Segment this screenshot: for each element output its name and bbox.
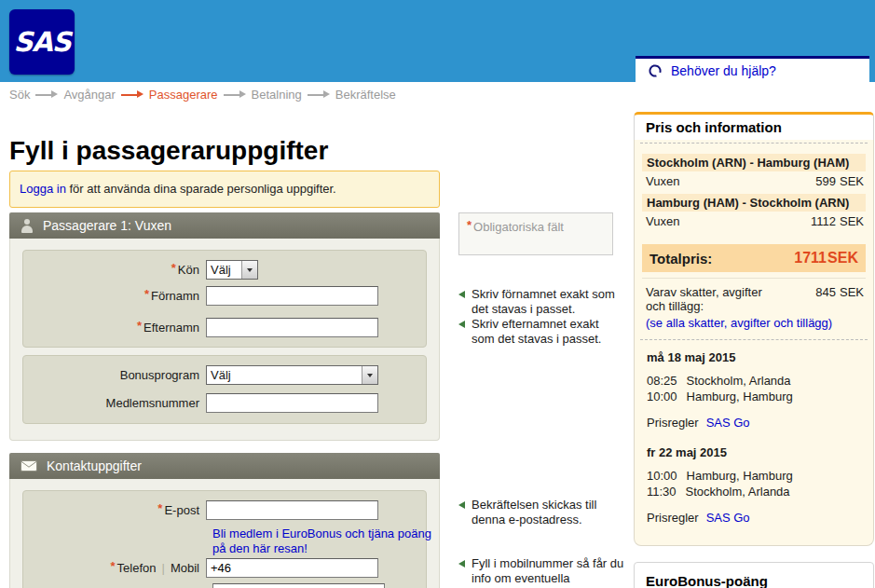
fare-rules-link[interactable]: SAS Go — [706, 511, 750, 525]
outbound-date: må 18 maj 2015 — [647, 350, 735, 364]
help-button-label: Behöver du hjälp? — [671, 63, 776, 78]
top-bar: SAS Behöver du hjälp? — [0, 0, 875, 82]
gender-select-value: Välj — [207, 261, 241, 279]
booking-page: SAS Behöver du hjälp? Sök Avgångar Passa… — [0, 0, 875, 588]
page-title: Fyll i passageraruppgifter — [9, 136, 328, 166]
breadcrumb-betalning: Betalning — [252, 88, 302, 102]
gender-select[interactable]: Välj — [206, 260, 258, 280]
breadcrumb-sok[interactable]: Sök — [9, 88, 30, 102]
required-note-text: Obligatoriska fält — [473, 220, 564, 234]
dashed-divider — [640, 143, 868, 144]
price-info-header: Pris och information — [634, 112, 874, 140]
bonus-program-select[interactable]: Välj — [206, 365, 378, 385]
mobile-phone-input[interactable] — [206, 558, 378, 578]
tax-details-link[interactable]: (se alla skatter, avgifter och tillägg) — [646, 316, 832, 330]
contact-section-header: Kontaktuppgifter — [9, 453, 440, 479]
email-input[interactable] — [206, 500, 378, 520]
eurobonus-signup-link[interactable]: Bli medlem i EuroBonus och tjäna poäng p… — [212, 526, 436, 556]
return-leg-arrival: 11:30Stockholm, Arlanda — [647, 485, 790, 499]
hint-arrow-icon — [458, 560, 465, 567]
return-leg-departure: 10:00Hamburg, Hamburg — [647, 469, 793, 483]
price-info-panel: Stockholm (ARN) - Hamburg (HAM) Vuxen 59… — [634, 140, 874, 546]
bonus-select-value: Välj — [207, 366, 362, 384]
return-price: 1112 — [811, 214, 836, 228]
bonus-fields-group: Bonusprogram Välj Medlemsnummer — [22, 355, 427, 424]
hint-arrow-icon — [458, 291, 465, 298]
gender-label: *Kön — [23, 263, 206, 277]
tax-amount: 845 — [815, 285, 836, 299]
name-fields-group: *Kön Välj *Förnamn *Efternamn — [22, 250, 427, 348]
passenger-section-header: Passagerare 1: Vuxen — [9, 212, 440, 239]
required-fields-note: *Obligatoriska fält — [458, 212, 613, 255]
help-button[interactable]: Behöver du hjälp? — [636, 56, 869, 82]
email-hint: Bekräftelsen skickas till denna e-postad… — [458, 498, 624, 527]
route-outbound-name: Stockholm (ARN) - Hamburg (HAM) — [642, 154, 866, 171]
eurobonus-points-header: EuroBonus-poäng — [634, 562, 874, 588]
outbound-price: 599 — [815, 174, 836, 188]
route-return-name: Hamburg (HAM) - Stockholm (ARN) — [642, 194, 866, 212]
label-divider: | — [162, 561, 165, 575]
hint-arrow-icon — [458, 501, 465, 509]
firstname-input[interactable] — [206, 286, 378, 306]
tax-row-line2: och tillägg: — [646, 299, 704, 313]
route-outbound-price-row: Vuxen 599 SEK — [646, 174, 864, 188]
login-notice-text: för att använda dina sparade personliga … — [66, 182, 336, 196]
total-price-bar: Totalpris: 1711 SEK — [642, 244, 866, 272]
tax-row: Varav skatter, avgifter 845 SEK — [646, 285, 864, 299]
total-price-label: Totalpris: — [649, 251, 712, 267]
firstname-hint: Skriv förnamnet exakt som det stavas i p… — [458, 287, 624, 317]
total-price-value: 1711 — [794, 250, 827, 267]
login-notice: Logga in för att använda dina sparade pe… — [9, 171, 440, 208]
person-icon — [21, 219, 34, 233]
lastname-input[interactable] — [206, 318, 378, 337]
chevron-down-icon[interactable] — [241, 261, 257, 279]
return-fare-rules: Prisregler SAS Go — [647, 511, 750, 525]
outbound-leg-arrival: 10:00Hamburg, Hamburg — [647, 390, 793, 403]
login-link[interactable]: Logga in — [20, 182, 66, 196]
outbound-fare-rules: Prisregler SAS Go — [647, 416, 750, 430]
contact-section-title: Kontaktuppgifter — [47, 458, 142, 473]
sas-logo[interactable]: SAS — [9, 9, 75, 75]
contact-fields-group: *E-post Bli medlem i EuroBonus och tjäna… — [22, 490, 427, 588]
envelope-icon — [21, 460, 37, 472]
help-circle-icon — [648, 63, 663, 78]
fare-rules-link[interactable]: SAS Go — [706, 416, 750, 430]
breadcrumb-avgangar[interactable]: Avgångar — [63, 88, 115, 102]
arrow-icon — [34, 90, 59, 99]
member-number-label: Medlemsnummer — [23, 396, 206, 410]
route-return-price-row: Vuxen 1112 SEK — [646, 214, 864, 228]
return-date: fr 22 maj 2015 — [647, 445, 727, 459]
arrow-icon — [307, 90, 331, 99]
phone-extra-input[interactable] — [212, 583, 385, 588]
lastname-label: *Efternamn — [23, 321, 206, 335]
breadcrumb-bekraftelse: Bekräftelse — [335, 88, 396, 102]
sas-logo-text: SAS — [13, 26, 70, 58]
firstname-label: *Förnamn — [23, 289, 206, 303]
phone-hint: Fyll i mobilnummer så får du info om eve… — [458, 556, 624, 586]
email-label: *E-post — [23, 503, 206, 517]
outbound-leg-departure: 08:25Stockholm, Arlanda — [647, 374, 791, 388]
hint-arrow-icon — [458, 321, 465, 328]
divider — [642, 278, 866, 279]
arrow-icon-active — [120, 90, 144, 99]
lastname-hint: Skriv efternamnet exakt som det stavas i… — [458, 317, 624, 347]
chevron-down-icon[interactable] — [362, 366, 377, 384]
arrow-icon — [223, 90, 247, 99]
phone-label: *Telefon|Mobil — [23, 561, 206, 575]
dashed-divider — [640, 339, 868, 340]
breadcrumb-passagerare[interactable]: Passagerare — [149, 88, 218, 102]
passenger-section-title: Passagerare 1: Vuxen — [43, 218, 171, 233]
bonus-label: Bonusprogram — [23, 368, 206, 382]
breadcrumb: Sök Avgångar Passagerare Betalning Bekrä… — [9, 88, 396, 102]
member-number-input[interactable] — [206, 393, 378, 413]
